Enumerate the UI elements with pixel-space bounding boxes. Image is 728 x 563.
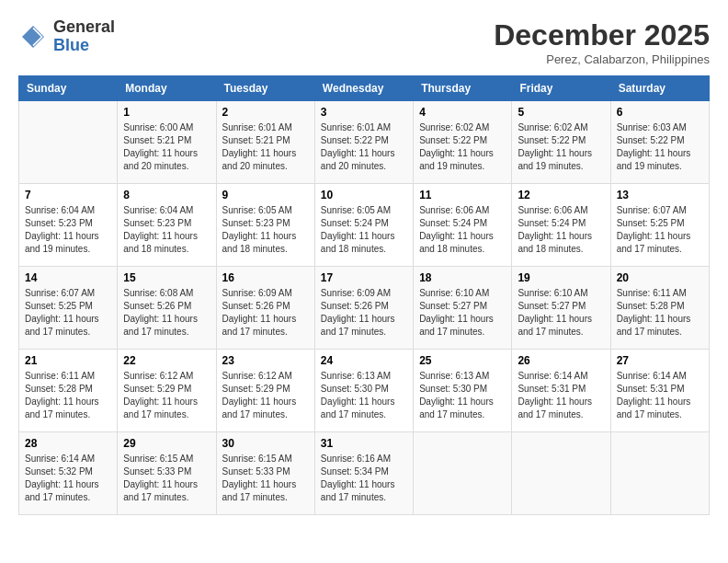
calendar-cell <box>512 432 610 515</box>
day-info: Sunrise: 6:04 AMSunset: 5:23 PMDaylight:… <box>25 204 111 256</box>
day-info: Sunrise: 6:10 AMSunset: 5:27 PMDaylight:… <box>518 287 604 339</box>
day-number: 2 <box>222 106 309 119</box>
calendar-day-header: Sunday <box>19 76 118 101</box>
calendar-cell: 26Sunrise: 6:14 AMSunset: 5:31 PMDayligh… <box>512 350 610 432</box>
calendar-cell: 11Sunrise: 6:06 AMSunset: 5:24 PMDayligh… <box>414 184 512 267</box>
calendar-cell: 31Sunrise: 6:16 AMSunset: 5:34 PMDayligh… <box>314 432 413 515</box>
day-info: Sunrise: 6:10 AMSunset: 5:27 PMDaylight:… <box>419 287 506 339</box>
day-info: Sunrise: 6:04 AMSunset: 5:23 PMDaylight:… <box>123 204 210 256</box>
day-info: Sunrise: 6:12 AMSunset: 5:29 PMDaylight:… <box>123 370 210 421</box>
day-info: Sunrise: 6:01 AMSunset: 5:22 PMDaylight:… <box>321 121 407 173</box>
day-info: Sunrise: 6:14 AMSunset: 5:32 PMDaylight:… <box>25 453 111 504</box>
calendar-cell: 14Sunrise: 6:07 AMSunset: 5:25 PMDayligh… <box>19 267 118 350</box>
day-info: Sunrise: 6:14 AMSunset: 5:31 PMDaylight:… <box>617 370 703 421</box>
calendar-week-row: 1Sunrise: 6:00 AMSunset: 5:21 PMDaylight… <box>19 101 710 184</box>
day-info: Sunrise: 6:06 AMSunset: 5:24 PMDaylight:… <box>419 204 506 256</box>
logo-text: General Blue <box>53 18 115 55</box>
calendar-cell: 19Sunrise: 6:10 AMSunset: 5:27 PMDayligh… <box>512 267 610 350</box>
day-info: Sunrise: 6:14 AMSunset: 5:31 PMDaylight:… <box>518 370 604 421</box>
day-number: 17 <box>321 271 407 284</box>
day-number: 9 <box>222 189 309 201</box>
calendar-week-row: 28Sunrise: 6:14 AMSunset: 5:32 PMDayligh… <box>19 432 710 515</box>
day-info: Sunrise: 6:11 AMSunset: 5:28 PMDaylight:… <box>617 287 703 339</box>
calendar-day-header: Monday <box>118 76 216 101</box>
calendar-cell: 10Sunrise: 6:05 AMSunset: 5:24 PMDayligh… <box>314 184 413 267</box>
day-number: 24 <box>321 354 407 367</box>
day-info: Sunrise: 6:06 AMSunset: 5:24 PMDaylight:… <box>518 204 604 256</box>
day-number: 1 <box>123 106 210 119</box>
day-number: 25 <box>419 354 506 367</box>
day-number: 20 <box>617 271 703 284</box>
calendar-cell: 6Sunrise: 6:03 AMSunset: 5:22 PMDaylight… <box>610 101 709 184</box>
calendar-cell: 9Sunrise: 6:05 AMSunset: 5:23 PMDaylight… <box>216 184 314 267</box>
day-number: 31 <box>321 437 407 450</box>
day-number: 23 <box>222 354 309 367</box>
calendar-cell: 27Sunrise: 6:14 AMSunset: 5:31 PMDayligh… <box>610 350 709 432</box>
calendar-day-header: Tuesday <box>216 76 314 101</box>
calendar-day-header: Friday <box>512 76 610 101</box>
day-number: 28 <box>25 437 111 450</box>
calendar-cell: 22Sunrise: 6:12 AMSunset: 5:29 PMDayligh… <box>118 350 216 432</box>
calendar-cell: 20Sunrise: 6:11 AMSunset: 5:28 PMDayligh… <box>610 267 709 350</box>
day-info: Sunrise: 6:12 AMSunset: 5:29 PMDaylight:… <box>222 370 309 421</box>
page-header: General Blue December 2025 Perez, Calaba… <box>18 18 710 66</box>
calendar-cell: 15Sunrise: 6:08 AMSunset: 5:26 PMDayligh… <box>118 267 216 350</box>
calendar-day-header: Thursday <box>414 76 512 101</box>
day-info: Sunrise: 6:05 AMSunset: 5:24 PMDaylight:… <box>321 204 407 256</box>
day-number: 14 <box>25 271 111 284</box>
calendar-cell: 13Sunrise: 6:07 AMSunset: 5:25 PMDayligh… <box>610 184 709 267</box>
logo-icon <box>18 22 48 52</box>
location: Perez, Calabarzon, Philippines <box>494 52 710 66</box>
day-info: Sunrise: 6:16 AMSunset: 5:34 PMDaylight:… <box>321 453 407 504</box>
calendar-cell: 17Sunrise: 6:09 AMSunset: 5:26 PMDayligh… <box>314 267 413 350</box>
calendar-day-header: Wednesday <box>314 76 413 101</box>
day-number: 29 <box>123 437 210 450</box>
logo-general-text: General <box>53 17 115 36</box>
day-number: 18 <box>419 271 506 284</box>
day-number: 6 <box>617 106 703 119</box>
calendar-cell: 2Sunrise: 6:01 AMSunset: 5:21 PMDaylight… <box>216 101 314 184</box>
day-info: Sunrise: 6:07 AMSunset: 5:25 PMDaylight:… <box>617 204 703 256</box>
day-number: 12 <box>518 189 604 201</box>
day-number: 19 <box>518 271 604 284</box>
calendar-week-row: 21Sunrise: 6:11 AMSunset: 5:28 PMDayligh… <box>19 350 710 432</box>
day-info: Sunrise: 6:08 AMSunset: 5:26 PMDaylight:… <box>123 287 210 339</box>
calendar-cell: 28Sunrise: 6:14 AMSunset: 5:32 PMDayligh… <box>19 432 118 515</box>
day-info: Sunrise: 6:13 AMSunset: 5:30 PMDaylight:… <box>419 370 506 421</box>
day-number: 7 <box>25 189 111 201</box>
day-info: Sunrise: 6:02 AMSunset: 5:22 PMDaylight:… <box>419 121 506 173</box>
day-info: Sunrise: 6:02 AMSunset: 5:22 PMDaylight:… <box>518 121 604 173</box>
day-number: 10 <box>321 189 407 201</box>
calendar-week-row: 14Sunrise: 6:07 AMSunset: 5:25 PMDayligh… <box>19 267 710 350</box>
calendar-header: SundayMondayTuesdayWednesdayThursdayFrid… <box>19 76 710 101</box>
logo-blue-text: Blue <box>53 36 89 54</box>
day-number: 13 <box>617 189 703 201</box>
calendar-cell: 8Sunrise: 6:04 AMSunset: 5:23 PMDaylight… <box>118 184 216 267</box>
calendar-cell: 3Sunrise: 6:01 AMSunset: 5:22 PMDaylight… <box>314 101 413 184</box>
calendar-cell: 4Sunrise: 6:02 AMSunset: 5:22 PMDaylight… <box>414 101 512 184</box>
calendar-cell: 1Sunrise: 6:00 AMSunset: 5:21 PMDaylight… <box>118 101 216 184</box>
day-number: 11 <box>419 189 506 201</box>
day-info: Sunrise: 6:13 AMSunset: 5:30 PMDaylight:… <box>321 370 407 421</box>
day-number: 16 <box>222 271 309 284</box>
day-info: Sunrise: 6:07 AMSunset: 5:25 PMDaylight:… <box>25 287 111 339</box>
month-title: December 2025 <box>494 18 710 52</box>
calendar-week-row: 7Sunrise: 6:04 AMSunset: 5:23 PMDaylight… <box>19 184 710 267</box>
day-number: 4 <box>419 106 506 119</box>
calendar-cell: 16Sunrise: 6:09 AMSunset: 5:26 PMDayligh… <box>216 267 314 350</box>
day-number: 27 <box>617 354 703 367</box>
calendar-cell: 5Sunrise: 6:02 AMSunset: 5:22 PMDaylight… <box>512 101 610 184</box>
day-number: 5 <box>518 106 604 119</box>
day-number: 30 <box>222 437 309 450</box>
calendar-cell: 24Sunrise: 6:13 AMSunset: 5:30 PMDayligh… <box>314 350 413 432</box>
day-number: 26 <box>518 354 604 367</box>
day-info: Sunrise: 6:01 AMSunset: 5:21 PMDaylight:… <box>222 121 309 173</box>
day-number: 22 <box>123 354 210 367</box>
calendar-cell <box>610 432 709 515</box>
calendar-cell: 25Sunrise: 6:13 AMSunset: 5:30 PMDayligh… <box>414 350 512 432</box>
day-number: 3 <box>321 106 407 119</box>
calendar-cell: 23Sunrise: 6:12 AMSunset: 5:29 PMDayligh… <box>216 350 314 432</box>
calendar-cell: 7Sunrise: 6:04 AMSunset: 5:23 PMDaylight… <box>19 184 118 267</box>
day-info: Sunrise: 6:03 AMSunset: 5:22 PMDaylight:… <box>617 121 703 173</box>
calendar-table: SundayMondayTuesdayWednesdayThursdayFrid… <box>18 75 710 515</box>
